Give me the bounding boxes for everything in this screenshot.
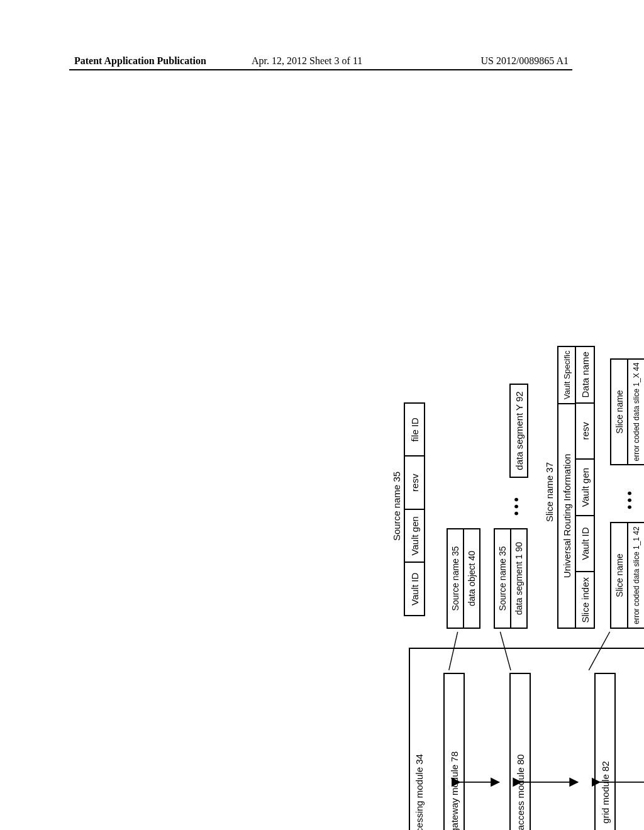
vault-id-2: Vault ID	[576, 515, 594, 572]
grid-module: grid module 82	[594, 673, 616, 830]
doc-number: US 2012/0089865 A1	[480, 55, 569, 67]
resv-cell: resv	[405, 456, 424, 509]
data-object-stack: Source name 35 data object 40	[447, 528, 480, 629]
ds-module-title-text: DS processing module 34	[414, 754, 425, 830]
slice-1-1: Slice name error coded data slice 1_1 42	[610, 522, 644, 629]
data-object-val: data object 40	[464, 529, 479, 628]
gateway-module-label: gateway module 78	[449, 751, 460, 830]
data-name-cell: Data name	[576, 347, 594, 402]
slice-1-X: Slice name error coded data slice 1_X 44	[610, 358, 644, 465]
file-id-cell: file ID	[405, 404, 424, 456]
source-name-title: Source name 35	[391, 472, 402, 541]
source-name-row: Vault ID Vault gen resv file ID	[404, 402, 425, 616]
data-object-hdr: Source name 35	[448, 529, 464, 628]
ds-module-title: DS processing module 34	[409, 648, 428, 830]
vault-id-cell: Vault ID	[405, 562, 424, 616]
pub-label: Patent Application Publication	[74, 55, 206, 67]
data-segY-label: data segment Y 92	[514, 391, 525, 470]
dots-segments: •••	[509, 495, 524, 516]
sheet-label: Apr. 12, 2012 Sheet 3 of 11	[252, 55, 362, 67]
slice-1-X-val: error coded data slice 1_X 44	[628, 360, 644, 464]
dots-row1: •••	[623, 489, 637, 509]
vault-gen-2: Vault gen	[576, 458, 594, 515]
resv-2: resv	[576, 402, 594, 459]
slice-1-1-val: error coded data slice 1_1 42	[628, 523, 644, 628]
universal-routing: Universal Routing Information	[558, 403, 575, 628]
grid-module-label: grid module 82	[600, 761, 611, 823]
slice-1-X-hdr: Slice name	[611, 360, 628, 464]
access-module: access module 80	[509, 673, 531, 830]
header-rule	[69, 69, 572, 70]
data-segment-1: Source name 35 data segment 1 90	[494, 528, 528, 629]
vault-gen-cell: Vault gen	[405, 509, 424, 562]
slice-name-fields: Slice index Vault ID Vault gen resv Data…	[576, 346, 595, 629]
data-segment-Y: data segment Y 92	[509, 384, 528, 478]
slice-1-1-hdr: Slice name	[611, 523, 628, 628]
slice-name-groups: Universal Routing Information Vault Spec…	[557, 346, 576, 629]
data-seg1-hdr: Source name 35	[495, 529, 511, 628]
diagram: DS processing module 34 interface gatewa…	[384, 327, 644, 830]
slice-name-title: Slice name 37	[544, 462, 555, 522]
gateway-module: gateway module 78	[443, 673, 465, 830]
access-module-label: access module 80	[515, 755, 526, 830]
slice-index: Slice index	[576, 571, 594, 628]
vault-specific: Vault Specific	[558, 347, 575, 403]
data-seg1-val: data segment 1 90	[511, 529, 526, 628]
